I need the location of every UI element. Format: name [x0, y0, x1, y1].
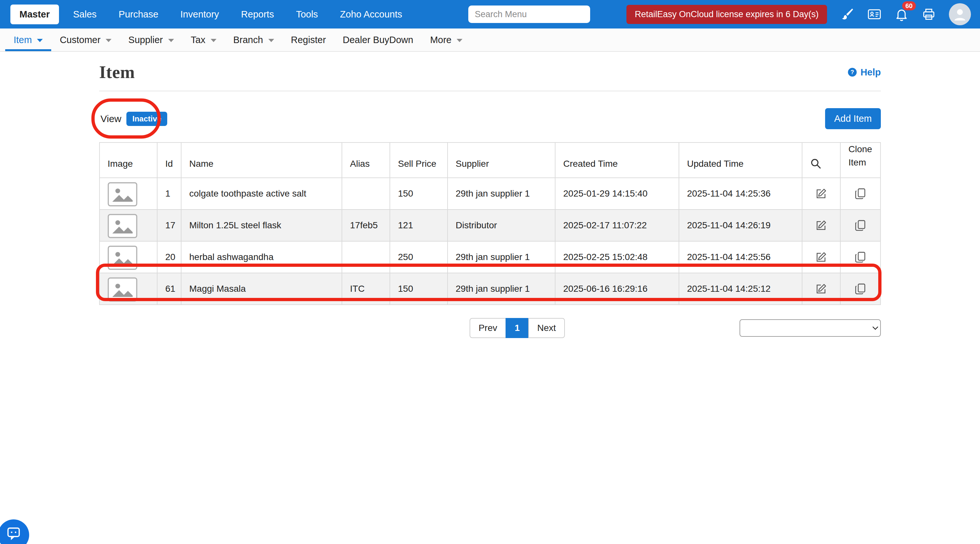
clone-icon[interactable] — [855, 252, 866, 263]
page-size-select[interactable] — [740, 319, 881, 337]
help-link[interactable]: Help — [848, 67, 881, 78]
chevron-down-icon — [168, 39, 174, 42]
subnav-item-item[interactable]: Item — [5, 29, 51, 51]
table-row[interactable]: 1 colgate toothpaste active salt 150 29t… — [100, 178, 880, 209]
cell-created-time: 2025-01-29 14:15:40 — [555, 178, 679, 209]
items-table: Image Id Name Alias Sell Price Supplier … — [99, 142, 881, 305]
item-image-placeholder-icon — [108, 242, 137, 270]
cell-created-time: 2025-02-17 11:07:22 — [555, 209, 679, 241]
cell-sell-price: 150 — [390, 273, 447, 305]
license-expiry-banner[interactable]: RetailEasy OnCloud license expires in 6 … — [627, 5, 827, 24]
col-header-clone-item: Clone Item — [840, 143, 880, 178]
subnav-item-customer[interactable]: Customer — [51, 29, 120, 51]
top-navigation-bar: Master Sales Purchase Inventory Reports … — [0, 0, 980, 29]
view-label: View — [100, 113, 121, 124]
inactive-toggle-button[interactable]: Inactive — [126, 112, 167, 126]
table-header-row: Image Id Name Alias Sell Price Supplier … — [100, 143, 880, 178]
nav-inventory[interactable]: Inventory — [173, 5, 227, 24]
col-header-created-time: Created Time — [555, 143, 679, 178]
subnav-item-supplier[interactable]: Supplier — [120, 29, 182, 51]
cell-id: 1 — [157, 178, 181, 209]
cell-sell-price: 121 — [390, 209, 447, 241]
nav-tools[interactable]: Tools — [288, 5, 326, 24]
subnav-item-more[interactable]: More — [422, 29, 471, 51]
item-image-placeholder-icon — [108, 179, 137, 206]
item-image-placeholder-icon — [108, 274, 137, 302]
prev-page-button[interactable]: Prev — [469, 318, 506, 338]
cell-sell-price: 150 — [390, 178, 447, 209]
pagination: Prev 1 Next — [469, 318, 565, 338]
edit-icon[interactable] — [816, 252, 827, 263]
cell-supplier: 29th jan supplier 1 — [447, 273, 555, 305]
nav-sales[interactable]: Sales — [65, 5, 105, 24]
col-header-name: Name — [181, 143, 342, 178]
current-page-button[interactable]: 1 — [506, 318, 529, 338]
cell-name: Milton 1.25L steel flask — [181, 209, 342, 241]
notifications-bell-icon[interactable]: 60 — [894, 7, 909, 21]
nav-purchase[interactable]: Purchase — [111, 5, 166, 24]
cell-name: Maggi Masala — [181, 273, 342, 305]
search-icon[interactable] — [810, 158, 821, 169]
subnav-item-register[interactable]: Register — [283, 29, 334, 51]
chevron-down-icon — [457, 39, 463, 42]
nav-reports[interactable]: Reports — [233, 5, 282, 24]
subnav-item-dealer-buydown[interactable]: Dealer BuyDown — [334, 29, 422, 51]
chat-fab-button[interactable] — [0, 519, 29, 544]
search-input[interactable] — [468, 5, 590, 23]
edit-icon[interactable] — [816, 220, 827, 231]
main-menu: Master Sales Purchase Inventory Reports … — [10, 5, 410, 24]
cell-alias: ITC — [342, 273, 390, 305]
cell-updated-time: 2025-11-04 14:25:56 — [679, 241, 802, 273]
next-page-button[interactable]: Next — [528, 318, 565, 338]
chevron-down-icon — [268, 39, 274, 42]
menu-search — [468, 5, 590, 23]
cell-supplier: Distributor — [447, 209, 555, 241]
table-row-highlighted[interactable]: 61 Maggi Masala ITC 150 29th jan supplie… — [100, 273, 880, 305]
clone-icon[interactable] — [855, 188, 866, 200]
printer-icon[interactable] — [922, 7, 936, 21]
user-avatar[interactable] — [949, 3, 971, 25]
cell-alias: 17feb5 — [342, 209, 390, 241]
clone-icon[interactable] — [855, 283, 866, 295]
subnav-item-branch[interactable]: Branch — [225, 29, 283, 51]
title-divider — [99, 90, 881, 91]
card-icon[interactable] — [867, 7, 881, 21]
cell-name: colgate toothpaste active salt — [181, 178, 342, 209]
notification-count-badge: 60 — [902, 1, 916, 10]
cell-supplier: 29th jan supplier 1 — [447, 241, 555, 273]
nav-master[interactable]: Master — [10, 5, 59, 24]
item-image-placeholder-icon — [108, 211, 137, 238]
help-icon — [848, 67, 857, 77]
add-item-button[interactable]: Add Item — [825, 108, 881, 129]
cell-sell-price: 250 — [390, 241, 447, 273]
chat-icon — [5, 525, 22, 541]
edit-icon[interactable] — [816, 283, 827, 295]
cell-id: 20 — [157, 241, 181, 273]
col-header-updated-time: Updated Time — [679, 143, 802, 178]
item-page: Item Help View Inactive Add Item Image — [99, 52, 881, 338]
brush-icon[interactable] — [840, 7, 854, 21]
chevron-down-icon — [211, 39, 216, 42]
master-subnav: Item Customer Supplier Tax Branch Regist… — [0, 29, 980, 52]
cell-updated-time: 2025-11-04 14:25:12 — [679, 273, 802, 305]
nav-zoho-accounts[interactable]: Zoho Accounts — [332, 5, 410, 24]
person-icon — [951, 5, 969, 23]
table-row[interactable]: 20 herbal ashwagandha 250 29th jan suppl… — [100, 241, 880, 273]
app-window: Master Sales Purchase Inventory Reports … — [0, 0, 980, 544]
subnav-item-tax[interactable]: Tax — [183, 29, 225, 51]
cell-alias — [342, 178, 390, 209]
col-header-id: Id — [157, 143, 181, 178]
chevron-down-icon — [37, 39, 43, 42]
table-row[interactable]: 17 Milton 1.25L steel flask 17feb5 121 D… — [100, 209, 880, 241]
col-header-supplier: Supplier — [447, 143, 555, 178]
clone-icon[interactable] — [855, 220, 866, 231]
col-header-alias: Alias — [342, 143, 390, 178]
topbar-icon-group: 60 — [840, 3, 971, 25]
cell-supplier: 29th jan supplier 1 — [447, 178, 555, 209]
view-toggle-group: View Inactive — [100, 112, 167, 126]
cell-name: herbal ashwagandha — [181, 241, 342, 273]
cell-alias — [342, 241, 390, 273]
cell-id: 61 — [157, 273, 181, 305]
edit-icon[interactable] — [816, 188, 827, 200]
cell-created-time: 2025-02-25 15:02:48 — [555, 241, 679, 273]
